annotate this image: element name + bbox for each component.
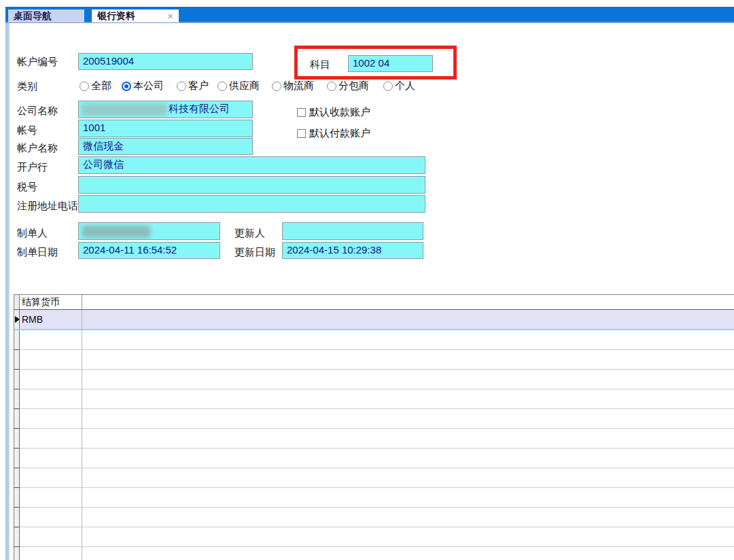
bank-label: 开户行 bbox=[17, 161, 48, 174]
table-empty-row[interactable] bbox=[14, 547, 734, 560]
category-radio-group: 全部 本公司 客户 供应商 物流商 分包商 个人 bbox=[80, 80, 415, 92]
radio-customer[interactable]: 客户 bbox=[177, 80, 209, 92]
reg-address-tel-field[interactable] bbox=[78, 195, 425, 213]
checkbox-icon bbox=[297, 108, 306, 117]
table-row-rmb[interactable]: RMB bbox=[14, 310, 734, 330]
table-empty-row[interactable] bbox=[14, 449, 734, 468]
tab-bank-info-label: 银行资料 bbox=[97, 10, 135, 22]
table-empty-row[interactable] bbox=[14, 468, 734, 488]
row-selector-header bbox=[14, 295, 20, 309]
checkbox-icon bbox=[297, 129, 306, 138]
updater-field[interactable] bbox=[282, 222, 423, 240]
default-receive-checkbox[interactable]: 默认收款账户 bbox=[297, 106, 370, 119]
radio-circle-icon bbox=[217, 82, 227, 91]
table-header-row: 结算货币 bbox=[14, 295, 734, 310]
account-field[interactable]: 1001 bbox=[78, 120, 253, 137]
tab-bank-info[interactable]: 银行资料 × bbox=[92, 10, 179, 22]
table-empty-row[interactable] bbox=[14, 527, 734, 547]
close-tab-icon[interactable]: × bbox=[167, 11, 173, 21]
window-left-border bbox=[5, 23, 10, 560]
account-no-field[interactable]: 200519004 bbox=[78, 53, 253, 70]
table-empty-row[interactable] bbox=[14, 389, 734, 409]
table-empty-row[interactable] bbox=[14, 350, 734, 370]
bank-field[interactable]: 公司微信 bbox=[78, 156, 425, 174]
account-name-field[interactable]: 微信现金 bbox=[78, 138, 253, 155]
table-empty-row[interactable] bbox=[14, 429, 734, 449]
category-label: 类别 bbox=[17, 80, 37, 93]
redaction-blur bbox=[82, 103, 167, 116]
radio-selected-icon bbox=[122, 82, 131, 91]
updater-label: 更新人 bbox=[234, 227, 265, 240]
redaction-blur bbox=[82, 226, 150, 238]
create-date-field[interactable]: 2024-04-11 16:54:52 bbox=[78, 242, 220, 259]
create-date-label: 制单日期 bbox=[17, 246, 58, 259]
table-empty-row[interactable] bbox=[14, 508, 734, 527]
account-name-label: 帐户名称 bbox=[17, 142, 58, 155]
table-empty-row[interactable] bbox=[14, 330, 734, 350]
tax-no-field[interactable] bbox=[78, 176, 425, 194]
settlement-currency-table: 结算货币 RMB bbox=[14, 294, 734, 560]
radio-circle-icon bbox=[80, 82, 89, 91]
account-no-label: 帐户编号 bbox=[17, 56, 58, 69]
radio-circle-icon bbox=[327, 82, 336, 91]
subject-field[interactable]: 1002 04 bbox=[348, 55, 433, 72]
column-header-currency[interactable]: 结算货币 bbox=[20, 295, 82, 309]
table-empty-row[interactable] bbox=[14, 370, 734, 389]
subject-label: 科目 bbox=[310, 58, 330, 71]
tab-bar: 桌面导航 银行资料 × bbox=[5, 7, 734, 23]
table-empty-row[interactable] bbox=[14, 488, 734, 508]
update-date-field[interactable]: 2024-04-15 10:29:38 bbox=[282, 242, 423, 259]
radio-circle-icon bbox=[177, 82, 186, 91]
radio-individual[interactable]: 个人 bbox=[383, 80, 415, 92]
update-date-label: 更新日期 bbox=[234, 246, 275, 259]
account-label: 帐号 bbox=[17, 124, 37, 137]
current-row-arrow-icon bbox=[15, 316, 20, 323]
radio-circle-icon bbox=[272, 82, 281, 91]
radio-supplier[interactable]: 供应商 bbox=[217, 80, 260, 92]
tab-desktop-nav[interactable]: 桌面导航 bbox=[8, 10, 84, 22]
reg-address-tel-label: 注册地址电话 bbox=[17, 200, 78, 213]
company-name-field[interactable]: 科技有限公司 bbox=[78, 101, 253, 118]
radio-logistics[interactable]: 物流商 bbox=[272, 80, 314, 92]
radio-all[interactable]: 全部 bbox=[80, 80, 111, 92]
radio-subcontractor[interactable]: 分包商 bbox=[327, 80, 369, 92]
creator-label: 制单人 bbox=[17, 227, 48, 240]
table-empty-row[interactable] bbox=[14, 409, 734, 429]
radio-own-company[interactable]: 本公司 bbox=[122, 80, 164, 92]
tax-no-label: 税号 bbox=[17, 181, 37, 194]
company-name-label: 公司名称 bbox=[17, 105, 58, 118]
radio-circle-icon bbox=[383, 82, 393, 91]
currency-cell[interactable]: RMB bbox=[20, 310, 82, 329]
creator-field[interactable] bbox=[78, 222, 220, 240]
row-selector-cell bbox=[14, 310, 20, 329]
default-pay-checkbox[interactable]: 默认付款账户 bbox=[297, 127, 370, 140]
